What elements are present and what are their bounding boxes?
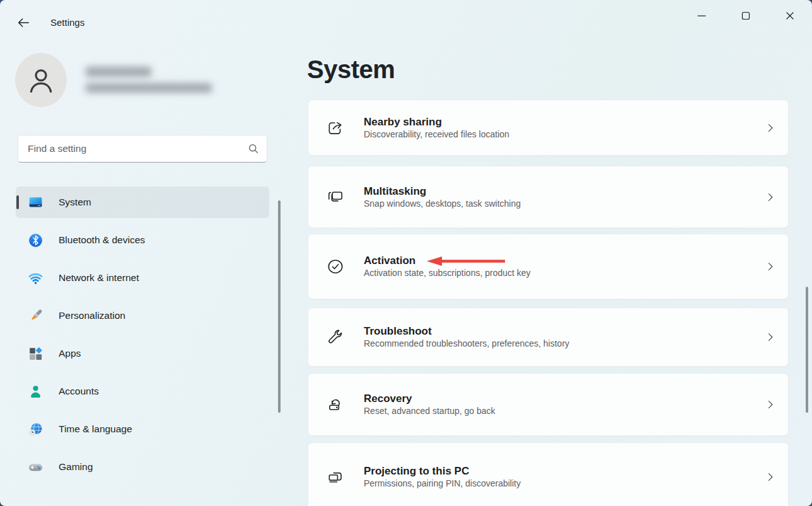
sidebar-item-network-internet[interactable]: Network & internet <box>16 262 269 294</box>
search-icon <box>248 143 259 154</box>
profile-text <box>86 53 212 107</box>
card-subtitle: Permissions, pairing PIN, discoverabilit… <box>364 478 521 488</box>
sidebar-item-accounts[interactable]: Accounts <box>16 376 269 407</box>
card-subtitle: Activation state, subscriptions, product… <box>364 268 531 278</box>
main-scrollbar[interactable] <box>806 287 808 413</box>
card-subtitle: Recommended troubleshooters, preferences… <box>364 338 569 348</box>
sidebar-item-label: Gaming <box>59 461 93 473</box>
card-title: Recovery <box>364 393 412 405</box>
sidebar-item-label: Personalization <box>59 310 125 321</box>
card-subtitle: Snap windows, desktops, task switching <box>364 198 521 209</box>
card-subtitle: Discoverability, received files location <box>364 129 509 139</box>
settings-card-troubleshoot[interactable]: Troubleshoot Recommended troubleshooters… <box>308 308 789 367</box>
time-language-icon <box>28 422 44 437</box>
card-title: Projecting to this PC <box>364 465 469 478</box>
multitasking-icon <box>326 188 345 207</box>
card-subtitle: Reset, advanced startup, go back <box>364 406 496 416</box>
sidebar-item-label: System <box>59 197 91 208</box>
sidebar-item-label: Network & internet <box>59 272 139 284</box>
apps-icon <box>28 346 44 362</box>
sidebar-item-bluetooth-devices[interactable]: Bluetooth & devices <box>16 224 269 256</box>
sidebar-item-label: Time & language <box>59 423 132 435</box>
settings-card-activation[interactable]: Activation Activation state, subscriptio… <box>308 234 789 299</box>
settings-card-nearby-sharing[interactable]: Nearby sharing Discoverability, received… <box>308 100 789 156</box>
settings-card-list: Nearby sharing Discoverability, received… <box>308 0 789 506</box>
chevron-right-icon <box>764 191 777 204</box>
back-button[interactable] <box>13 13 34 33</box>
troubleshoot-icon <box>326 328 345 347</box>
chevron-right-icon <box>764 398 777 411</box>
network-icon <box>28 270 44 286</box>
sidebar: System Bluetooth & devices Network & int… <box>0 38 290 506</box>
activation-icon <box>326 257 345 276</box>
card-title: Troubleshoot <box>364 325 432 338</box>
red-annotation-arrow-icon <box>426 256 506 267</box>
personalization-icon <box>28 308 44 324</box>
sidebar-scrollbar[interactable] <box>278 200 281 413</box>
chevron-right-icon <box>764 122 777 134</box>
gaming-icon <box>28 459 44 475</box>
search-box <box>18 135 267 163</box>
settings-card-recovery[interactable]: Recovery Reset, advanced startup, go bac… <box>308 373 789 436</box>
selected-accent-bar <box>16 195 19 209</box>
sidebar-item-gaming[interactable]: Gaming <box>16 451 269 483</box>
avatar <box>15 53 67 107</box>
user-email-blurred <box>86 83 212 93</box>
bluetooth-icon <box>28 233 44 248</box>
sidebar-item-label: Bluetooth & devices <box>59 234 145 246</box>
card-title: Multitasking <box>364 185 426 198</box>
card-title: Nearby sharing <box>364 116 442 129</box>
sidebar-item-time-language[interactable]: Time & language <box>16 413 269 445</box>
settings-card-multitasking[interactable]: Multitasking Snap windows, desktops, tas… <box>308 166 789 228</box>
settings-window: Settings System <box>0 0 812 506</box>
accounts-icon <box>28 384 44 400</box>
user-profile[interactable] <box>15 53 212 107</box>
person-icon <box>25 64 57 96</box>
chevron-right-icon <box>764 471 777 483</box>
card-title: Activation <box>364 255 415 267</box>
sidebar-item-label: Accounts <box>59 386 99 397</box>
sidebar-nav: System Bluetooth & devices Network & int… <box>16 187 269 489</box>
back-arrow-icon <box>16 16 30 30</box>
sidebar-item-system[interactable]: System <box>16 187 269 218</box>
sidebar-item-personalization[interactable]: Personalization <box>16 300 269 331</box>
app-title: Settings <box>50 17 84 28</box>
nearby-sharing-icon <box>326 118 345 137</box>
system-icon <box>28 195 44 210</box>
projecting-icon <box>326 468 345 486</box>
recovery-icon <box>326 395 345 414</box>
chevron-right-icon <box>764 331 777 343</box>
user-name-blurred <box>86 67 151 77</box>
search-input[interactable] <box>28 143 248 154</box>
sidebar-item-apps[interactable]: Apps <box>16 338 269 369</box>
sidebar-item-label: Apps <box>59 348 81 359</box>
settings-card-projecting-to-this-pc[interactable]: Projecting to this PC Permissions, pairi… <box>308 442 789 506</box>
chevron-right-icon <box>764 260 777 273</box>
